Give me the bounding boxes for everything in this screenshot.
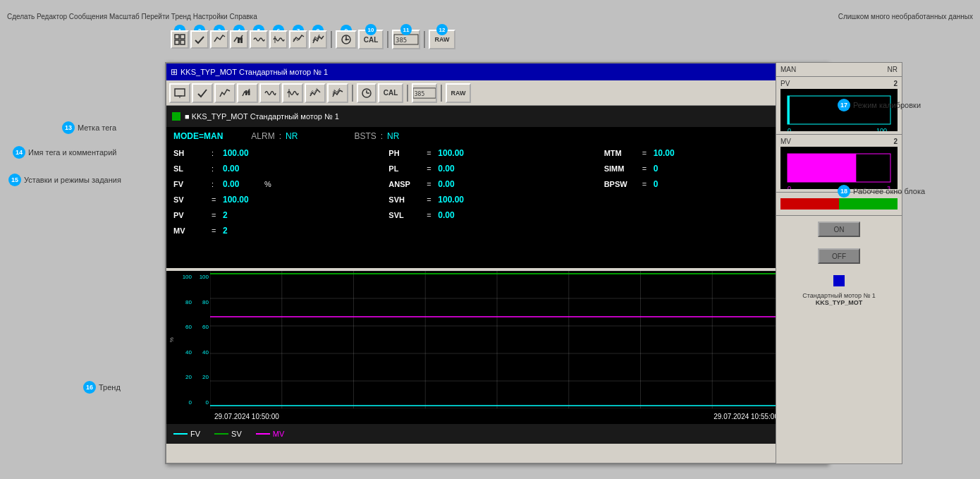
toolbar-btn-2[interactable]: 2 — [190, 30, 209, 49]
win-btn-screen[interactable] — [169, 83, 190, 103]
callout-17: 17 Режим калибровки — [838, 99, 921, 111]
rp-pv-label: PV — [780, 80, 790, 87]
data-area: MODE=MAN ALRM : NR BSTS : NR SH : 100.00… — [166, 127, 826, 268]
rp-pv-value: 2 — [893, 80, 898, 87]
win-btn-clock[interactable] — [357, 83, 376, 103]
device-status-indicator — [833, 275, 845, 286]
rp-mv-section: MV 2 — [776, 135, 902, 193]
callout-text-16: Тренд — [99, 383, 121, 392]
trend-section: % 100 80 60 40 20 0 100 80 60 40 20 0 — [166, 271, 826, 424]
mode-value: MODE=MAN — [173, 131, 223, 141]
svg-rect-4 — [238, 37, 240, 43]
legend-mv-label: MV — [273, 430, 285, 438]
rp-off-section: OFF — [776, 243, 902, 269]
toolbar-btn-5[interactable]: 5 — [250, 30, 268, 49]
win-btn-wave1[interactable] — [259, 83, 281, 103]
rp-mv-label: MV — [780, 138, 791, 145]
callout-13: 13 Метка тега — [62, 121, 116, 134]
legend-fv: FV — [173, 430, 200, 438]
callout-circle-13: 13 — [62, 121, 75, 134]
right-panel: MAN NR PV 2 MV 2 ON OFF — [776, 62, 902, 464]
alrm-value: NR — [286, 131, 298, 141]
callout-text-18: Рабочее окно блока — [853, 187, 925, 195]
win-btn-multi[interactable] — [327, 83, 348, 103]
win-btn-dual[interactable] — [305, 83, 326, 103]
rp-nr-label: NR — [888, 66, 898, 73]
svg-text:385: 385 — [396, 37, 407, 44]
rp-red-bar — [780, 198, 839, 210]
params-grid: SH : 100.00 PH = 100.00 MTM = 10.00 SL :… — [173, 147, 819, 237]
toolbar-btn-1[interactable]: 1 — [171, 30, 189, 49]
on-button[interactable]: ON — [818, 222, 860, 237]
toolbar-btn-4[interactable]: 4 — [230, 30, 248, 49]
param-fv: FV : 0.00 % — [173, 178, 388, 190]
status-text: Слишком много необработанных данных — [838, 13, 973, 20]
menu-text[interactable]: Сделать Редактор Сообщения Масштаб Перей… — [7, 13, 980, 20]
callout-circle-15: 15 — [8, 174, 21, 186]
trend-chart: % 100 80 60 40 20 0 100 80 60 40 20 0 — [166, 271, 826, 408]
window-icon: ⊞ — [171, 67, 178, 77]
legend-sv: SV — [214, 430, 242, 438]
trend-time-start: 29.07.2024 10:50:00 — [214, 413, 279, 420]
toolbar-btn-8[interactable]: 8 — [309, 30, 327, 49]
callout-14: 14 Имя тега и комментарий — [13, 146, 116, 159]
legend-bar: FV SV MV — [166, 424, 826, 444]
param-sv: SV = 100.00 — [173, 193, 388, 206]
window-toolbar: CAL 385 RAW — [166, 80, 826, 106]
callout-18: 18 Рабочее окно блока — [838, 185, 925, 198]
rp-man-label: MAN — [780, 66, 796, 73]
toolbar-btn-6[interactable]: 6 — [269, 30, 288, 49]
trend-y-left2: 100 80 60 40 20 0 — [193, 271, 210, 408]
win-btn-pause[interactable] — [237, 83, 258, 103]
menubar-area: Сделать Редактор Сообщения Масштаб Перей… — [0, 13, 980, 20]
svg-rect-17 — [248, 90, 250, 95]
callout-circle-14: 14 — [13, 146, 25, 159]
param-sh: SH : 100.00 — [173, 147, 388, 159]
win-btn-chart[interactable] — [214, 83, 235, 103]
window-titlebar: ⊞ KKS_TYP_MOT Стандартный мотор № 1 ✕ — [166, 63, 826, 80]
tag-indicator-area: ■ KKS_TYP_MOT Стандартный мотор № 1 — [166, 106, 826, 127]
toolbar-btn-385[interactable]: 11 385 — [392, 30, 420, 49]
legend-sv-label: SV — [231, 430, 242, 438]
trend-time-axis: 29.07.2024 10:50:00 29.07.2024 10:55:00 — [166, 408, 826, 424]
svg-rect-16 — [245, 90, 247, 95]
svg-text:385: 385 — [415, 90, 425, 97]
legend-fv-color — [173, 433, 188, 435]
off-button[interactable]: OFF — [818, 248, 860, 264]
rp-mv-value: 2 — [893, 138, 898, 145]
param-svh: SVH = 100.00 — [388, 193, 604, 206]
toolbar-btn-7[interactable]: 7 — [289, 30, 307, 49]
param-svl: SVL = 0.00 — [388, 209, 604, 222]
toolbar-btn-cal[interactable]: 10 CAL — [358, 30, 384, 49]
bsts-label: BSTS — [354, 131, 376, 141]
rp-green-bar — [839, 198, 898, 210]
svg-rect-5 — [240, 37, 243, 43]
toolbar-btn-raw[interactable]: 12 RAW — [429, 30, 455, 49]
callout-circle-17: 17 — [838, 99, 850, 111]
legend-mv: MV — [256, 430, 285, 438]
toolbar-btn-9[interactable]: 9 — [336, 30, 357, 49]
device-name-label: Стандартный мотор № 1 — [802, 292, 875, 299]
svg-rect-0 — [175, 35, 179, 39]
device-tag-label: KKS_TYP_MOT — [816, 299, 863, 306]
callout-circle-16: 16 — [83, 381, 96, 394]
toolbar-btn-3[interactable]: 3 — [210, 30, 228, 49]
win-btn-cal[interactable]: CAL — [378, 83, 403, 103]
legend-mv-color — [256, 433, 270, 435]
window-title: KKS_TYP_MOT Стандартный мотор № 1 — [180, 68, 328, 76]
win-btn-display[interactable]: 385 — [412, 83, 437, 103]
svg-rect-1 — [180, 35, 185, 39]
trend-y-left1: 100 80 60 40 20 0 — [176, 271, 193, 408]
rp-device-section: Стандартный мотор № 1 KKS_TYP_MOT — [776, 269, 902, 309]
mode-line: MODE=MAN ALRM : NR BSTS : NR — [173, 131, 819, 141]
svg-point-10 — [345, 39, 348, 41]
rp-man-section: MAN NR — [776, 63, 902, 77]
alrm-label: ALRM — [251, 131, 274, 141]
win-btn-raw[interactable]: RAW — [446, 83, 471, 103]
win-btn-wave2[interactable] — [282, 83, 303, 103]
callout-text-13: Метка тега — [78, 123, 116, 132]
param-ph: PH = 100.00 — [388, 147, 604, 159]
callout-16: 16 Тренд — [83, 381, 121, 394]
win-btn-check[interactable] — [192, 83, 213, 103]
param-pv: PV = 2 — [173, 209, 388, 222]
